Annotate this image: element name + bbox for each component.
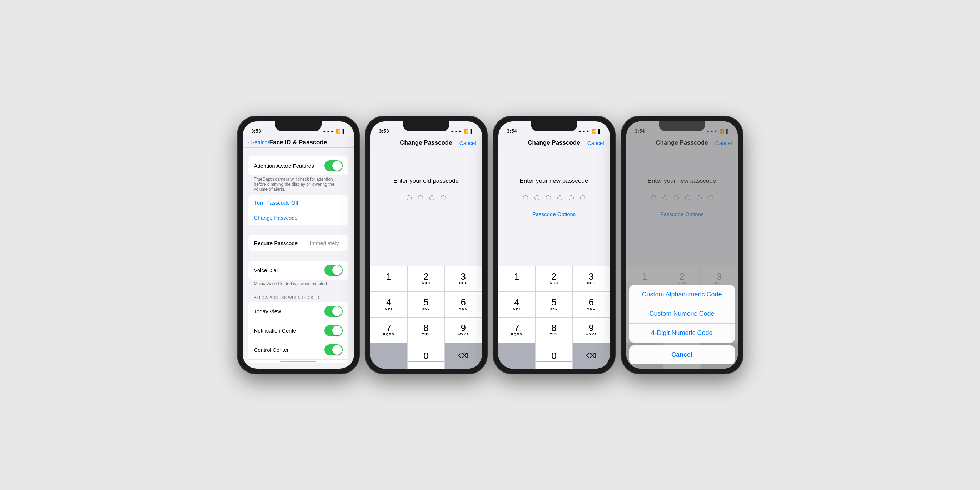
passcode-prompt-2: Enter your old passcode	[371, 163, 482, 192]
dot-1	[407, 196, 412, 200]
status-icons-1: ▲▲▲ 📶 ▌	[322, 129, 345, 134]
dot-3	[430, 196, 434, 200]
notch-1	[275, 121, 321, 131]
key-3-2[interactable]: 3DEF	[445, 266, 482, 291]
control-center-toggle[interactable]	[325, 344, 343, 355]
access-group: Today View Notification Center Control C…	[248, 302, 348, 363]
key-7-3[interactable]: 7PQRS	[498, 318, 535, 343]
battery-icon-1: ▌	[343, 129, 345, 133]
today-view-toggle[interactable]	[325, 306, 343, 317]
action-sheet: Custom Alphanumeric Code Custom Numeric …	[626, 285, 738, 369]
voice-section: Voice Dial Music Voice Control is always…	[243, 261, 354, 290]
nav-title-3: Change Passcode	[525, 139, 583, 146]
key-6-2[interactable]: 6MNO	[445, 292, 482, 317]
passcode-new-screen: 3:54 ▲▲▲ 📶 ▌ Change Passcode Cancel Ente…	[498, 121, 610, 369]
attention-row: Attention Aware Features	[248, 156, 348, 175]
sheet-cancel-button[interactable]: Cancel	[629, 345, 735, 364]
key-8-3[interactable]: 8TUV	[536, 318, 572, 343]
key-3-3[interactable]: 3DEF	[573, 266, 609, 291]
status-icons-2: ▲▲▲ 📶 ▌	[450, 129, 473, 134]
custom-numeric-option[interactable]: Custom Numeric Code	[629, 304, 735, 324]
key-delete-3[interactable]: ⌫	[573, 343, 609, 369]
status-time-2: 3:53	[379, 128, 389, 134]
attention-section: Attention Aware Features TrueDepth camer…	[243, 156, 354, 196]
require-value: Immediately	[310, 240, 339, 246]
voice-label: Voice Dial	[254, 267, 325, 273]
voice-row: Voice Dial	[248, 261, 348, 280]
dot-3-3	[546, 196, 551, 200]
key-0-3[interactable]: 0	[536, 343, 572, 369]
key-empty-2	[371, 343, 407, 369]
key-1-3[interactable]: 1	[498, 266, 535, 291]
wifi-icon-3: 📶	[592, 129, 597, 134]
dot-4	[441, 196, 446, 200]
turn-passcode-off-link[interactable]: Turn Passcode Off	[248, 196, 348, 210]
cancel-button-2[interactable]: Cancel	[455, 140, 476, 146]
dot-3-2	[535, 196, 539, 200]
phone-4-screen: 3:54 ▲▲▲ 📶 ▌ Change Passcode Cancel Ente…	[626, 121, 738, 369]
passcode-body-3: Enter your new passcode Passcode Options	[498, 149, 610, 266]
key-9-2[interactable]: 9WXYZ	[445, 318, 482, 343]
custom-alphanumeric-option[interactable]: Custom Alphanumeric Code	[629, 285, 735, 304]
nav-bar-1: ‹ Settings Face ID & Passcode	[243, 137, 354, 148]
require-group: Require Passcode Immediately ›	[248, 235, 348, 251]
notch-2	[403, 121, 449, 131]
key-delete-2[interactable]: ⌫	[445, 343, 482, 369]
key-9-3[interactable]: 9WXYZ	[573, 318, 609, 343]
key-0-2[interactable]: 0	[408, 343, 444, 369]
cancel-button-3[interactable]: Cancel	[583, 140, 604, 146]
nav-bar-3: Change Passcode Cancel	[498, 137, 610, 149]
control-center-label: Control Center	[254, 347, 325, 353]
key-8-2[interactable]: 8TUV	[408, 318, 444, 343]
phone-2-screen: 3:53 ▲▲▲ 📶 ▌ Change Passcode Cancel Ente…	[371, 121, 482, 369]
phones-container: 3:53 ▲▲▲ 📶 ▌ ‹ Settings Face ID & Passco…	[238, 116, 743, 374]
attention-label: Attention Aware Features	[254, 163, 325, 169]
status-time-3: 3:54	[507, 128, 517, 134]
notification-center-label: Notification Center	[254, 328, 325, 334]
phone-1-screen: 3:53 ▲▲▲ 📶 ▌ ‹ Settings Face ID & Passco…	[243, 121, 354, 369]
attention-toggle[interactable]	[325, 161, 343, 172]
passcode-old-screen: 3:53 ▲▲▲ 📶 ▌ Change Passcode Cancel Ente…	[371, 121, 482, 369]
passcode-options-link-3[interactable]: Passcode Options	[498, 211, 610, 223]
key-4-3[interactable]: 4GHI	[498, 292, 535, 317]
passcode-dots-2	[371, 192, 482, 211]
today-view-row: Today View	[248, 302, 348, 321]
notification-center-toggle[interactable]	[325, 325, 343, 336]
passcode-body-2: Enter your old passcode	[371, 149, 482, 266]
require-chevron-icon: ›	[341, 240, 342, 246]
key-2-2[interactable]: 2ABC	[408, 266, 444, 291]
keypad-2: 1 2ABC 3DEF 4GHI 5JKL 6MNO 7PQRS 8TUV 9W…	[371, 266, 482, 369]
action-sheet-overlay: Custom Alphanumeric Code Custom Numeric …	[626, 121, 738, 369]
access-header: ALLOW ACCESS WHEN LOCKED:	[243, 290, 354, 302]
key-7-2[interactable]: 7PQRS	[371, 318, 407, 343]
key-4-2[interactable]: 4GHI	[371, 292, 407, 317]
attention-desc: TrueDepth camera will check for attentio…	[248, 175, 348, 196]
back-button-1[interactable]: ‹ Settings	[248, 139, 270, 145]
key-5-3[interactable]: 5JKL	[536, 292, 572, 317]
notification-center-row: Notification Center	[248, 321, 348, 340]
settings-content-1: Attention Aware Features TrueDepth camer…	[243, 148, 354, 363]
key-2-3[interactable]: 2ABC	[536, 266, 572, 291]
require-label: Require Passcode	[254, 240, 310, 246]
phone-4-frame: 3:54 ▲▲▲ 📶 ▌ Change Passcode Cancel Ente…	[621, 116, 743, 374]
four-digit-option[interactable]: 4-Digit Numeric Code	[629, 324, 735, 342]
key-1-2[interactable]: 1	[371, 266, 407, 291]
passcode-links-group: Turn Passcode Off Change Passcode	[248, 196, 348, 225]
require-row[interactable]: Require Passcode Immediately ›	[248, 235, 348, 251]
home-indicator-1	[280, 361, 316, 362]
key-5-2[interactable]: 5JKL	[408, 292, 444, 317]
key-empty-3	[498, 343, 535, 369]
nav-title-2: Change Passcode	[398, 139, 455, 146]
status-icons-3: ▲▲▲ 📶 ▌	[578, 129, 601, 134]
key-6-3[interactable]: 6MNO	[573, 292, 609, 317]
sheet-options-group: Custom Alphanumeric Code Custom Numeric …	[629, 285, 735, 342]
nav-bar-2: Change Passcode Cancel	[371, 137, 482, 149]
dot-3-5	[569, 196, 574, 200]
dot-2	[418, 196, 423, 200]
battery-icon-3: ▌	[598, 129, 601, 133]
dot-3-4	[557, 196, 562, 200]
keypad-3: 1 2ABC 3DEF 4GHI 5JKL 6MNO 7PQRS 8TUV 9W…	[498, 266, 610, 369]
phone-3-frame: 3:54 ▲▲▲ 📶 ▌ Change Passcode Cancel Ente…	[493, 116, 615, 374]
voice-toggle[interactable]	[325, 265, 343, 276]
change-passcode-link[interactable]: Change Passcode	[248, 210, 348, 225]
